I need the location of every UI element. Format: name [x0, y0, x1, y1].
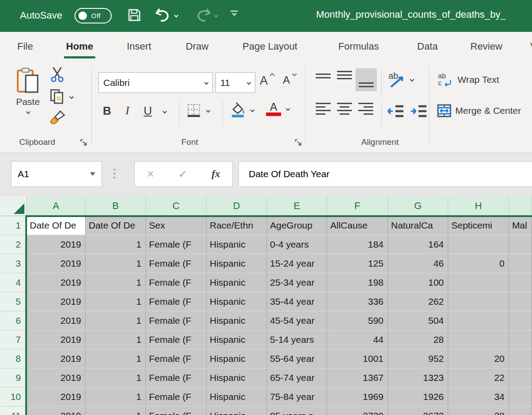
cell-A7[interactable]: 2019 [27, 330, 86, 349]
copy-dropdown-chevron[interactable] [70, 94, 74, 99]
cell-D1[interactable]: Race/Ethn [207, 216, 267, 235]
tab-page-layout[interactable]: Page Layout [242, 38, 298, 55]
italic-button[interactable]: I [125, 104, 129, 117]
cell-D5[interactable]: Hispanic [207, 292, 267, 311]
cell-B4[interactable]: 1 [86, 273, 146, 292]
cell-I2[interactable] [509, 235, 532, 254]
font-color-button[interactable]: A [266, 101, 289, 116]
tab-formulas[interactable]: Formulas [337, 38, 380, 55]
font-size-chevron[interactable] [247, 81, 251, 85]
name-box-dropdown-icon[interactable] [90, 172, 95, 176]
tab-home[interactable]: Home [65, 38, 94, 55]
cell-B6[interactable]: 1 [86, 311, 146, 330]
cell-H10[interactable]: 34 [448, 388, 509, 407]
borders-dropdown-chevron[interactable] [206, 108, 211, 112]
cell-H8[interactable]: 20 [448, 349, 509, 368]
font-color-dropdown-chevron[interactable] [286, 107, 290, 111]
cell-C1[interactable]: Sex [146, 216, 207, 235]
select-all-button[interactable] [0, 196, 27, 216]
bottom-align-button[interactable] [356, 68, 377, 91]
row-header-3[interactable]: 3 [0, 254, 27, 273]
cell-G10[interactable]: 1926 [388, 388, 448, 407]
cell-B5[interactable]: 1 [86, 292, 146, 311]
row-header-6[interactable]: 6 [0, 311, 27, 330]
cell-G4[interactable]: 100 [388, 273, 448, 292]
cell-H11[interactable]: 28 [448, 407, 509, 415]
cell-F5[interactable]: 336 [327, 292, 388, 311]
cell-D11[interactable]: Hispanic [207, 407, 267, 415]
cell-B11[interactable]: 1 [86, 407, 146, 415]
fill-color-button[interactable] [230, 102, 254, 118]
align-right-button[interactable] [358, 103, 373, 115]
decrease-indent-button[interactable] [387, 104, 404, 120]
cell-E6[interactable]: 45-54 year [267, 311, 327, 330]
tab-review[interactable]: Review [469, 38, 503, 55]
row-header-8[interactable]: 8 [0, 349, 27, 368]
cell-A8[interactable]: 2019 [27, 349, 86, 368]
cell-G8[interactable]: 952 [388, 349, 448, 368]
cell-F10[interactable]: 1969 [327, 388, 388, 407]
cell-I1[interactable]: Mal [509, 216, 532, 235]
insert-function-button[interactable]: fx [211, 168, 220, 180]
cell-C8[interactable]: Female (F [146, 349, 207, 368]
cell-I10[interactable] [509, 388, 532, 407]
orientation-dropdown-chevron[interactable] [410, 77, 415, 81]
cut-button[interactable] [50, 66, 64, 84]
underline-button[interactable]: U [144, 104, 152, 118]
cell-G6[interactable]: 504 [388, 311, 448, 330]
align-left-button[interactable] [316, 103, 331, 115]
cell-A2[interactable]: 2019 [27, 235, 86, 254]
cell-H4[interactable] [448, 273, 509, 292]
cell-H9[interactable]: 22 [448, 368, 509, 388]
cell-E5[interactable]: 35-44 year [267, 292, 327, 311]
increase-indent-button[interactable] [410, 104, 427, 120]
cell-C9[interactable]: Female (F [146, 368, 207, 388]
cell-E4[interactable]: 25-34 year [267, 273, 327, 292]
autosave-toggle[interactable]: Off [74, 8, 112, 23]
cell-F2[interactable]: 184 [327, 235, 388, 254]
cell-F8[interactable]: 1001 [327, 349, 388, 368]
cell-H1[interactable]: Septicemi [448, 216, 509, 235]
cell-E10[interactable]: 75-84 year [267, 388, 327, 407]
enter-button[interactable]: ✓ [178, 168, 187, 180]
cell-C11[interactable]: Female (F [146, 407, 207, 415]
cell-H5[interactable] [448, 292, 509, 311]
cell-D10[interactable]: Hispanic [207, 388, 267, 407]
cell-I6[interactable] [509, 311, 532, 330]
cell-F4[interactable]: 198 [327, 273, 388, 292]
row-header-10[interactable]: 10 [0, 388, 27, 407]
cell-F7[interactable]: 44 [327, 330, 388, 349]
cell-A1[interactable]: Date Of De [27, 216, 86, 235]
cell-B7[interactable]: 1 [86, 330, 146, 349]
undo-dropdown-chevron[interactable] [174, 13, 179, 17]
cell-E1[interactable]: AgeGroup [267, 216, 327, 235]
cell-F1[interactable]: AllCause [327, 216, 388, 235]
middle-align-button[interactable] [337, 71, 352, 79]
row-header-5[interactable]: 5 [0, 292, 27, 311]
cell-A10[interactable]: 2019 [27, 388, 86, 407]
cell-B2[interactable]: 1 [86, 235, 146, 254]
tab-view[interactable]: View [529, 38, 532, 55]
wrap-text-button[interactable]: ab c Wrap Text [438, 73, 499, 86]
row-header-1[interactable]: 1 [0, 216, 27, 235]
column-header-F[interactable]: F [327, 196, 388, 216]
formula-input[interactable]: Date Of Death Year [239, 161, 532, 187]
cell-A11[interactable]: 2019 [27, 407, 86, 415]
column-header-partial[interactable] [509, 196, 532, 216]
cell-I7[interactable] [509, 330, 532, 349]
font-size-combobox[interactable]: 11 [215, 72, 255, 93]
cell-E7[interactable]: 5-14 years [267, 330, 327, 349]
cell-A3[interactable]: 2019 [27, 254, 86, 273]
cell-A6[interactable]: 2019 [27, 311, 86, 330]
paste-dropdown-chevron[interactable] [26, 110, 30, 114]
cell-I3[interactable] [509, 254, 532, 273]
cell-A5[interactable]: 2019 [27, 292, 86, 311]
paste-button[interactable]: Paste [13, 67, 43, 115]
cell-B3[interactable]: 1 [86, 254, 146, 273]
cell-C6[interactable]: Female (F [146, 311, 207, 330]
format-painter-button[interactable] [50, 110, 66, 128]
font-name-combobox[interactable]: Calibri [98, 72, 213, 93]
clipboard-dialog-launcher[interactable] [80, 139, 87, 148]
fill-color-dropdown-chevron[interactable] [250, 108, 255, 112]
align-center-button[interactable] [337, 103, 352, 115]
